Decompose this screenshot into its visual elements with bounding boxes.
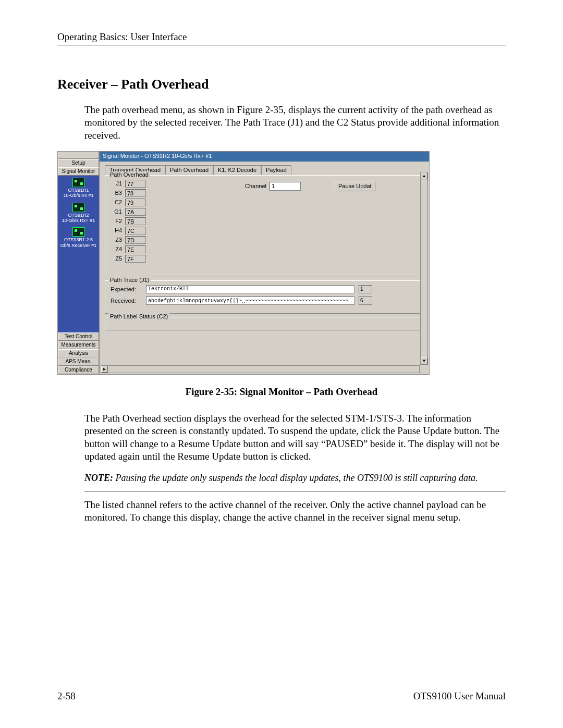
poh-value: 7A <box>125 208 146 216</box>
received-num: 6 <box>359 297 372 305</box>
section-title: Receiver – Path Overhead <box>57 77 506 92</box>
device-list: OTS91R1 10-Gb/s Rx #1 OTS91R2 10-Gb/s Rx… <box>58 176 99 332</box>
poh-value: 77 <box>125 180 146 188</box>
sidebar-test-control-button[interactable]: Test Control <box>58 332 99 341</box>
window-titlebar: Signal Monitor - OTS91R2 10-Gb/s Rx+ #1 <box>100 152 429 162</box>
device-icon <box>72 227 85 237</box>
path-overhead-group: Path Overhead J177 B378 C279 G17A F27B H… <box>105 175 424 277</box>
device-icon <box>72 203 85 212</box>
sidebar-aps-meas-button[interactable]: APS Meas. <box>58 357 99 366</box>
expected-num: 1 <box>359 285 372 293</box>
tab-payload[interactable]: Payload <box>261 165 291 175</box>
device-item[interactable]: OTS91R1 10-Gb/s Rx #1 <box>58 178 99 199</box>
note-rule <box>84 491 506 491</box>
received-label: Received: <box>111 298 142 304</box>
poh-value: 79 <box>125 199 146 206</box>
vertical-scrollbar[interactable]: ▲ ▼ <box>420 172 428 365</box>
note-body: Pausing the update only suspends the loc… <box>113 473 478 483</box>
poh-key: C2 <box>111 199 122 205</box>
pause-update-button[interactable]: Pause Updat <box>335 181 375 191</box>
app-window: Setup Signal Monitor OTS91R1 10-Gb/s Rx … <box>57 151 430 375</box>
figure-screenshot: Setup Signal Monitor OTS91R1 10-Gb/s Rx … <box>57 151 506 375</box>
tab-k1k2-decode[interactable]: K1, K2 Decode <box>213 165 261 175</box>
note: NOTE: Pausing the update only suspends t… <box>84 472 506 484</box>
content-area: Transport Overhead Path Overhead K1, K2 … <box>100 162 429 374</box>
poh-key: J1 <box>111 180 122 187</box>
sidebar-grip[interactable] <box>58 152 99 159</box>
poh-key: Z4 <box>111 246 122 252</box>
poh-key: B3 <box>111 190 122 196</box>
path-overhead-legend: Path Overhead <box>108 171 150 178</box>
poh-value: 7F <box>125 255 146 263</box>
path-label-status-group: Path Label Status (C2) <box>105 317 424 330</box>
manual-name: OTS9100 User Manual <box>413 690 506 702</box>
device-name: OTS93R1 2.5 <box>58 237 99 242</box>
page-header: Operating Basics: User Interface <box>57 31 506 43</box>
channel-block: Channel 1 <box>245 182 301 191</box>
paragraph-3: The listed channel refers to the active … <box>84 499 506 524</box>
paragraph-2: The Path Overhead section displays the o… <box>84 412 506 463</box>
figure-caption: Figure 2-35: Signal Monitor – Path Overh… <box>57 386 506 398</box>
expected-field[interactable]: Tektronix/BTT <box>146 285 354 293</box>
received-field: abcdefghijklmnopqrstuvwxyz{|}~␣~~~~~~~~~… <box>146 297 354 305</box>
intro-paragraph: The path overhead menu, as shown in Figu… <box>84 104 506 142</box>
note-label: NOTE: <box>84 473 113 483</box>
scroll-right-icon[interactable]: ► <box>101 366 108 373</box>
device-icon <box>72 178 85 187</box>
poh-key: Z3 <box>111 237 122 243</box>
device-item[interactable]: OTS91R2 10-Gb/s Rx+ #1 <box>58 203 99 224</box>
device-sub: 10-Gb/s Rx #1 <box>58 193 99 198</box>
header-rule <box>57 45 506 45</box>
scroll-up-icon[interactable]: ▲ <box>421 172 427 179</box>
sidebar-compliance-button[interactable]: Compliance <box>58 366 99 374</box>
sidebar-measurements-button[interactable]: Measurements <box>58 341 99 349</box>
poh-value: 78 <box>125 189 146 197</box>
channel-label: Channel <box>245 183 266 189</box>
poh-key: Z5 <box>111 255 122 262</box>
sidebar-signal-monitor-button[interactable]: Signal Monitor <box>58 167 99 176</box>
tab-path-overhead[interactable]: Path Overhead <box>165 165 213 175</box>
poh-value: 7B <box>125 217 146 225</box>
poh-key: F2 <box>111 218 122 224</box>
device-sub: 10-Gb/s Rx+ #1 <box>58 218 99 223</box>
device-item[interactable]: OTS93R1 2.5 Gb/s Receiver #1 <box>58 227 99 248</box>
path-trace-group: Path Trace (J1) Expected: Tektronix/BTT … <box>105 280 424 314</box>
tab-strip: Transport Overhead Path Overhead K1, K2 … <box>105 165 424 174</box>
poh-key: H4 <box>111 227 122 233</box>
sidebar-setup-button[interactable]: Setup <box>58 159 99 167</box>
page-number: 2-58 <box>57 690 76 702</box>
main-pane: Signal Monitor - OTS91R2 10-Gb/s Rx+ #1 … <box>100 152 429 374</box>
page-footer: 2-58 OTS9100 User Manual <box>57 690 506 702</box>
expected-label: Expected: <box>111 286 142 292</box>
sidebar-analysis-button[interactable]: Analysis <box>58 349 99 357</box>
path-trace-legend: Path Trace (J1) <box>108 277 151 283</box>
horizontal-scrollbar[interactable]: ◄ ► <box>101 365 420 373</box>
poh-value: 7C <box>125 227 146 235</box>
channel-input[interactable]: 1 <box>270 182 301 191</box>
poh-value: 7D <box>125 236 146 244</box>
device-name: OTS91R1 <box>58 188 99 193</box>
device-sub: Gb/s Receiver #1 <box>58 243 99 248</box>
device-name: OTS91R2 <box>58 213 99 218</box>
poh-value: 7E <box>125 245 146 253</box>
scroll-down-icon[interactable]: ▼ <box>421 357 427 364</box>
sidebar: Setup Signal Monitor OTS91R1 10-Gb/s Rx … <box>58 152 100 374</box>
poh-key: G1 <box>111 208 122 215</box>
path-label-status-legend: Path Label Status (C2) <box>108 313 169 319</box>
